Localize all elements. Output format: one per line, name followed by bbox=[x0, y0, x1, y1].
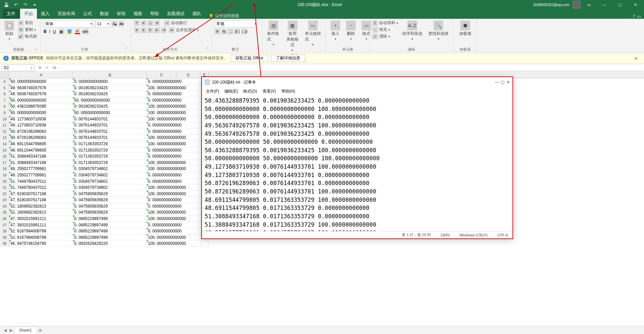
cell[interactable] bbox=[176, 91, 201, 97]
cell[interactable]: 0. 0475905835629 bbox=[73, 203, 147, 210]
undo-icon[interactable]: ↶ bbox=[12, 1, 19, 8]
cell[interactable]: 0. 0076144933701 bbox=[73, 128, 147, 135]
maximize-icon[interactable]: ▢ bbox=[613, 0, 627, 9]
cell[interactable]: 0. 0304579734802 bbox=[73, 178, 147, 185]
cell[interactable]: 100. 0000000000000 bbox=[147, 103, 176, 110]
row-header[interactable]: 7 bbox=[0, 97, 9, 104]
row-header[interactable]: 27 bbox=[0, 222, 9, 228]
np-close-icon[interactable]: ✕ bbox=[506, 80, 510, 85]
cut-button[interactable]: ✂剪切 bbox=[18, 20, 37, 26]
cell[interactable] bbox=[176, 147, 201, 154]
row-header[interactable]: 15 bbox=[0, 147, 9, 154]
dialog-launcher-icon[interactable]: ⤢ bbox=[35, 48, 38, 51]
cell[interactable]: 50. 8726196289063 bbox=[9, 134, 73, 141]
cell[interactable]: 0. 0000000000000 bbox=[147, 153, 176, 160]
cell[interactable]: 0. 0019036233425 bbox=[73, 85, 147, 91]
cell[interactable]: 48. 2550277709961 bbox=[9, 172, 73, 178]
cell[interactable] bbox=[176, 222, 201, 228]
avatar[interactable] bbox=[573, 1, 580, 8]
row-header[interactable]: 13 bbox=[0, 134, 9, 141]
cell[interactable]: 50. 0000000000000 bbox=[9, 110, 73, 116]
notepad-content[interactable]: 50.4363288879395 0.0019036233425 0.00000… bbox=[202, 95, 513, 231]
cell[interactable]: 50. 8726196289063 bbox=[9, 128, 73, 135]
cell[interactable]: 0. 0304579734802 bbox=[73, 184, 147, 191]
cell[interactable]: 100. 0000000000000 bbox=[147, 234, 176, 241]
col-header[interactable]: A bbox=[9, 72, 73, 78]
cell[interactable]: 47. 8190307617188 bbox=[9, 191, 73, 197]
tab-data[interactable]: 数据 bbox=[96, 9, 113, 19]
row-header[interactable]: 14 bbox=[0, 141, 9, 147]
cell[interactable] bbox=[176, 240, 201, 247]
number-format-combo[interactable]: 常规▾ bbox=[215, 20, 258, 27]
formula-input[interactable] bbox=[58, 64, 642, 71]
row-header[interactable]: 10 bbox=[0, 116, 9, 122]
row-header[interactable]: 29 bbox=[0, 234, 9, 241]
tab-layout[interactable]: 页面布局 bbox=[54, 9, 79, 19]
inc-decimal-icon[interactable]: .0→ bbox=[235, 29, 240, 34]
cell[interactable]: 50. 0000000000000 bbox=[9, 78, 73, 85]
cell[interactable]: 50. 0000000000000 bbox=[9, 97, 73, 104]
align-top-icon[interactable]: ⊤ bbox=[134, 20, 140, 26]
cell[interactable]: 0. 0000000000000 bbox=[147, 178, 176, 185]
row-header[interactable]: 23 bbox=[0, 197, 9, 203]
row-header[interactable]: 21 bbox=[0, 184, 9, 191]
select-all-corner[interactable] bbox=[0, 72, 9, 78]
close-icon[interactable]: ✕ bbox=[629, 0, 642, 9]
sheet-tab[interactable]: Sheet1 bbox=[14, 327, 37, 334]
cell[interactable] bbox=[176, 203, 201, 210]
np-menu-edit[interactable]: 编辑(E) bbox=[222, 88, 240, 95]
painter-button[interactable]: 🖌格式刷 bbox=[18, 34, 37, 39]
fx-icon[interactable]: fx bbox=[51, 65, 58, 70]
col-header[interactable]: B bbox=[73, 72, 147, 78]
cell[interactable]: 100. 0000000000000 bbox=[147, 141, 176, 147]
cancel-edit-icon[interactable]: ✕ bbox=[36, 65, 44, 70]
ribbon-display-icon[interactable]: ▭ bbox=[582, 0, 596, 9]
save-icon[interactable]: 💾 bbox=[3, 1, 10, 8]
fill-button[interactable]: ↓填充▾ bbox=[372, 27, 398, 33]
tab-help[interactable]: 帮助 bbox=[146, 9, 163, 19]
minimize-icon[interactable]: — bbox=[598, 0, 611, 9]
cell[interactable] bbox=[176, 234, 201, 241]
cell[interactable]: 50. 4363288879395 bbox=[9, 103, 73, 110]
cell[interactable] bbox=[176, 141, 201, 147]
cell[interactable] bbox=[176, 110, 201, 116]
tab-loadtest[interactable]: 负载测试 bbox=[163, 9, 189, 19]
cell[interactable] bbox=[176, 197, 201, 203]
cell[interactable]: 100. 0000000000000 bbox=[147, 85, 176, 91]
row-header[interactable]: 5 bbox=[0, 85, 9, 91]
addins-button[interactable]: ⬢加载项 bbox=[456, 20, 474, 37]
phonetic-icon[interactable]: wén bbox=[83, 29, 88, 34]
row-header[interactable]: 17 bbox=[0, 160, 9, 166]
row-header[interactable]: 22 bbox=[0, 191, 9, 197]
cell[interactable]: 51. 7449760437012 bbox=[9, 184, 73, 191]
font-size-combo[interactable]: 11▾ bbox=[95, 20, 111, 27]
cell[interactable]: 47. 3832015991211 bbox=[9, 216, 73, 222]
bold-button[interactable]: B bbox=[44, 29, 47, 34]
indent-dec-icon[interactable]: ⇤ bbox=[154, 27, 160, 33]
name-box[interactable]: D2▾ bbox=[1, 64, 35, 71]
cell[interactable]: 0. 0171363353729 bbox=[73, 147, 147, 154]
cell[interactable] bbox=[176, 172, 201, 178]
row-header[interactable]: 16 bbox=[0, 153, 9, 160]
cell[interactable]: 0. 0932626426220 bbox=[73, 240, 147, 247]
cell[interactable] bbox=[176, 153, 201, 160]
cell[interactable]: 49. 1273803710938 bbox=[9, 116, 73, 122]
np-minimize-icon[interactable]: — bbox=[495, 80, 499, 85]
tab-team[interactable]: 团队 bbox=[189, 9, 205, 19]
align-bottom-icon[interactable]: ⊥ bbox=[148, 20, 153, 26]
tab-home[interactable]: 开始 bbox=[20, 9, 37, 19]
cell[interactable] bbox=[176, 85, 201, 91]
align-right-icon[interactable]: ≡ bbox=[148, 27, 153, 33]
cell[interactable]: 46. 9475746154785 bbox=[9, 240, 73, 247]
cell[interactable]: 49. 5636749267578 bbox=[9, 91, 73, 97]
table-format-button[interactable]: ▦套用 表格格式▾ bbox=[284, 20, 301, 53]
comments-icon[interactable]: ▭ bbox=[637, 14, 641, 19]
cell[interactable]: 0. 0304579734802 bbox=[73, 172, 147, 178]
row-header[interactable]: 30 bbox=[0, 240, 9, 247]
cell[interactable]: 0. 0171363353729 bbox=[73, 153, 147, 160]
clear-button[interactable]: ◇清除▾ bbox=[372, 34, 398, 39]
cell[interactable]: 100. 0000000000000 bbox=[147, 110, 176, 116]
cell[interactable]: 48. 6911544799805 bbox=[9, 141, 73, 147]
sort-filter-button[interactable]: A↓Z排序和筛选▾ bbox=[400, 20, 424, 46]
row-header[interactable]: 24 bbox=[0, 203, 9, 210]
